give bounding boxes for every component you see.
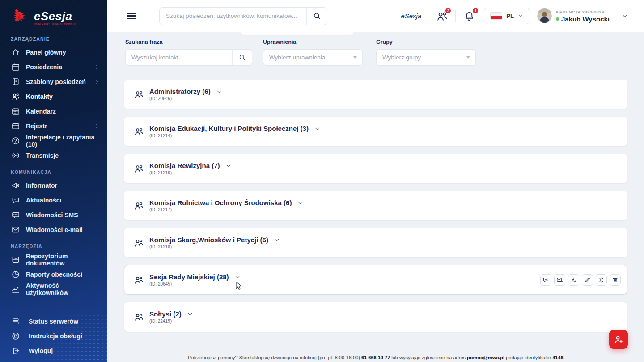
edit-icon [584, 277, 591, 283]
permissions-select[interactable]: Wybierz uprawnienia [263, 49, 363, 66]
chevron-down-icon[interactable] [225, 162, 232, 169]
group-card[interactable]: Komisja Edukacji, Kultury i Polityki Spo… [124, 117, 627, 146]
sidebar-item-label: Aktualności [26, 197, 61, 204]
group-action-mail-add-button[interactable] [554, 274, 565, 286]
group-id: (ID: 21217) [149, 207, 304, 212]
app-logo[interactable]: eSesja RADA GMINY | MIASTA | POWIATU [0, 0, 107, 29]
sidebar-item-megaphone[interactable]: Informator [0, 178, 107, 193]
chevron-down-icon [518, 13, 524, 19]
search-icon [238, 54, 246, 61]
main-content: Szukana fraza Uprawnienia Wybierz uprawn… [107, 32, 644, 362]
help-text: lub wysyłając zgłoszenie na adres [390, 355, 467, 360]
group-card[interactable]: Komisja Rolnictwa i Ochrony Środowiska (… [124, 191, 627, 220]
group-card[interactable]: Komisja Rewizyjna (7) (ID: 21216) [124, 154, 627, 183]
help-phone: 61 666 19 77 [361, 355, 390, 360]
sidebar-item-label: Kalendarz [26, 108, 56, 115]
sidebar-item-pie[interactable]: Raporty obecności [0, 267, 107, 282]
group-card[interactable]: Administratorzy (6) (ID: 20646) [124, 80, 627, 109]
sidebar-item-mail[interactable]: Wiadomości e-mail [0, 222, 107, 237]
group-card[interactable]: Sołtysi (2) (ID: 22415) [124, 302, 627, 332]
sidebar-item-activity[interactable]: Aktywność użytkowników [0, 282, 107, 296]
pie-icon [11, 270, 20, 279]
group-action-delete-button[interactable] [610, 274, 621, 286]
sidebar-item-label: Rejestr [26, 122, 47, 130]
chevron-down-icon[interactable] [314, 125, 321, 132]
global-search [159, 7, 327, 25]
kadencja-label: KADENCJA 2024-2029 [556, 9, 610, 14]
divider [428, 10, 428, 22]
group-action-comment-add-button[interactable] [540, 274, 551, 286]
language-code: PL [506, 13, 514, 19]
sidebar-item-label: Transmisje [26, 152, 59, 159]
logout-icon [11, 346, 20, 355]
sidebar-item-contacts[interactable]: Kontakty [0, 89, 107, 104]
sidebar-item-label: Status serwerów [29, 318, 78, 325]
group-id: (ID: 21216) [149, 170, 232, 175]
sidebar-item-label: Wiadomości SMS [26, 211, 78, 219]
sidebar-item-chat[interactable]: Aktualności [0, 193, 107, 207]
global-search-input[interactable] [160, 13, 306, 19]
chevron-right-icon [94, 64, 100, 70]
chat-icon [11, 196, 20, 205]
group-action-person-add-button[interactable] [568, 274, 579, 286]
group-id: (ID: 21218) [149, 244, 280, 249]
help-email: pomoc@mwc.pl [467, 355, 504, 360]
settings-icon [598, 277, 605, 283]
chevron-down-icon[interactable] [216, 88, 223, 95]
menu-toggle-button[interactable] [127, 13, 136, 19]
contact-search-button[interactable] [232, 50, 252, 65]
sidebar-item-lifebuoy[interactable]: Instrukcja obsługi [0, 328, 107, 343]
help-client-id: 4146 [552, 355, 563, 360]
chevron-down-icon[interactable] [297, 199, 304, 206]
group-people-icon [134, 126, 144, 137]
group-card[interactable]: Komisja Skarg,Wniosków i Petycji (6) (ID… [124, 228, 627, 257]
group-id: (ID: 20645) [149, 282, 241, 286]
notifications-button[interactable]: 1 [462, 9, 476, 23]
group-list: Administratorzy (6) (ID: 20646) Komisja … [107, 66, 644, 332]
svg-text:SMS: SMS [13, 213, 18, 215]
group-card[interactable]: Sesja Rady Miejskiej (28) (ID: 20645) [124, 265, 627, 295]
sidebar-item-calendar-grid[interactable]: Kalendarz [0, 104, 107, 118]
sidebar-item-sms[interactable]: SMS Wiadomości SMS [0, 207, 107, 222]
sidebar-item-server[interactable]: Status serwerów [0, 314, 107, 328]
chevron-down-icon[interactable] [186, 311, 194, 318]
sidebar-item-archive[interactable]: Repozytorium dokumentów [0, 252, 107, 267]
chevron-down-icon[interactable] [234, 274, 241, 281]
sidebar-item-calendar[interactable]: Posiedzenia [0, 59, 107, 74]
group-people-icon [134, 312, 144, 322]
sidebar-item-folder[interactable]: Rejestr [0, 118, 107, 133]
sidebar-item-label: Posiedzenia [26, 63, 62, 71]
group-people-icon [134, 201, 144, 211]
sidebar-item-home[interactable]: Panel główny [0, 45, 107, 59]
user-menu-chevron-icon[interactable] [621, 13, 628, 20]
caret-down-icon [466, 56, 470, 59]
language-selector[interactable]: PL [484, 8, 530, 24]
chevron-down-icon[interactable] [273, 236, 280, 244]
sidebar-item-broadcast[interactable]: Transmisje [0, 148, 107, 163]
sidebar-item-label: Wiadomości e-mail [26, 226, 83, 233]
contacts-online-button[interactable]: 2 [435, 9, 449, 23]
group-id: (ID: 22415) [149, 319, 194, 324]
groups-select[interactable]: Wybierz grupy [376, 49, 476, 66]
template-icon [11, 77, 20, 86]
user-menu[interactable]: KADENCJA 2024-2029 Jakub Wysocki [537, 8, 610, 23]
sidebar-section-label: ZARZĄDZANIE [0, 36, 107, 42]
sidebar: eSesja RADA GMINY | MIASTA | POWIATU ZAR… [0, 0, 107, 362]
brand-tagline: RADA GMINY | MIASTA | POWIATU [34, 23, 76, 25]
home-icon [11, 48, 20, 57]
add-contact-fab[interactable] [609, 330, 628, 349]
sidebar-item-template[interactable]: Szablony posiedzeń [0, 74, 107, 89]
global-search-button[interactable] [306, 8, 327, 25]
group-id: (ID: 21214) [149, 133, 321, 138]
group-people-icon [134, 238, 144, 248]
sidebar-item-label: Informator [26, 182, 57, 189]
group-action-settings-button[interactable] [596, 274, 607, 286]
folder-icon [11, 122, 20, 130]
contact-search-input[interactable] [126, 54, 232, 61]
sidebar-item-logout[interactable]: Wyloguj [0, 343, 107, 358]
group-action-edit-button[interactable] [582, 274, 593, 286]
activity-icon [11, 285, 20, 294]
sidebar-item-label: Raporty obecności [26, 271, 82, 278]
phrase-filter [125, 49, 252, 66]
sidebar-item-question[interactable]: Interpelacje i zapytania (10) [0, 133, 107, 148]
